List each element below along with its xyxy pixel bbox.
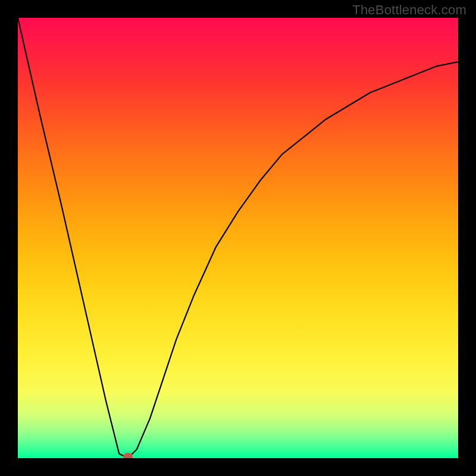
minimum-marker-icon [123,453,133,458]
bottleneck-curve [18,18,458,458]
plot-area [18,18,458,458]
chart-frame: TheBottleneck.com [0,0,476,476]
curve-layer [18,18,458,458]
watermark-label: TheBottleneck.com [352,2,466,18]
